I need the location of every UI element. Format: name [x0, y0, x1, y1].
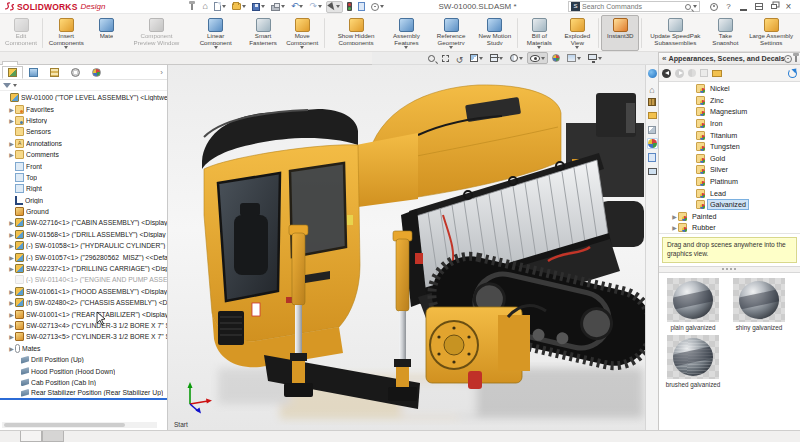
quick-access-button[interactable] — [307, 1, 324, 13]
pin-menubar-icon[interactable] — [191, 4, 193, 10]
command-tab[interactable] — [50, 61, 66, 64]
toolbar-icon[interactable] — [675, 69, 684, 78]
feature-tree-item[interactable]: ▶ Sensors — [0, 126, 167, 137]
expand-arrow-icon[interactable]: ▶ — [8, 231, 15, 238]
view-toolbar-button[interactable] — [487, 52, 506, 64]
toolbar-icon[interactable] — [662, 69, 671, 78]
tree-panel-tab[interactable] — [2, 66, 23, 79]
feature-tree-item[interactable]: ▶ Drill Position (Up) — [0, 354, 167, 365]
feature-tree-item[interactable]: ▶ History — [0, 115, 167, 126]
command-tab[interactable] — [82, 61, 98, 64]
scrollbar-thumb[interactable] — [4, 423, 125, 427]
ribbon-button[interactable]: Instant3D — [601, 15, 639, 51]
feature-tree-item[interactable]: ▶ Comments — [0, 149, 167, 160]
ribbon-button[interactable] — [42, 18, 43, 48]
ribbon-button[interactable]: Assembly Features — [385, 15, 428, 51]
window-control-button[interactable] — [706, 1, 721, 13]
chevrons-left-icon[interactable]: « — [662, 54, 666, 63]
feature-tree-item[interactable]: ▶ SW-01061<1> ("HOOD ASSEMBLY") <Display… — [0, 286, 167, 297]
toolbar-icon[interactable] — [688, 69, 696, 77]
expand-arrow-icon[interactable]: ▶ — [8, 106, 15, 113]
quick-access-button[interactable] — [369, 1, 386, 13]
feature-tree-item[interactable]: ▶ (-) SW-01057<1> ("296280562_MISZ") <<D… — [0, 251, 167, 262]
quick-access-button[interactable] — [200, 1, 209, 13]
appearance-category-row[interactable]: ▶ Rubber — [659, 222, 800, 234]
filter-icon[interactable] — [3, 83, 11, 88]
feature-tree-item[interactable]: ▶ SW-02713<4> ("CYLINDER-3 1/2 BORE X 7"… — [0, 320, 167, 331]
ribbon-button[interactable]: Exploded View — [558, 15, 596, 51]
quick-access-button[interactable] — [212, 1, 228, 13]
feature-tree-item[interactable]: ▶ SW-01568<1> ("DRILL ASSEMBLY") <Displa… — [0, 229, 167, 240]
view-toolbar-button[interactable] — [585, 52, 605, 64]
feature-tree-item[interactable]: ▶ Hood Position (Hood Down) — [0, 365, 167, 376]
feature-tree-item[interactable]: ▶ Origin — [0, 195, 167, 206]
expand-arrow-icon[interactable]: ▶ — [8, 151, 15, 158]
ribbon-button[interactable] — [598, 18, 599, 48]
graphics-viewport[interactable]: Start — [168, 65, 645, 430]
flyout-tree-icon[interactable]: › — [160, 68, 163, 77]
ribbon-button[interactable]: Bill of Materials — [520, 15, 558, 51]
appearance-category-row[interactable]: ▶ Nickel — [659, 83, 800, 95]
feature-tree-item[interactable]: ▶ Ground — [0, 206, 167, 217]
window-control-button[interactable] — [781, 1, 796, 13]
feature-tree-item[interactable]: ▶ Annotations — [0, 138, 167, 149]
feature-tree-item[interactable]: ▶ (f) SW-02480<2> ("CHASSIS ASSEMBLY") <… — [0, 297, 167, 308]
window-control-button[interactable] — [736, 1, 751, 13]
search-box[interactable] — [568, 1, 700, 12]
appearance-category-row[interactable]: ▶ Painted — [659, 211, 800, 223]
feature-tree-item[interactable]: ▶ SW-01000 ("TOP LEVEL ASSEMBLY") <Light… — [0, 92, 167, 103]
search-icon[interactable] — [685, 4, 691, 10]
ribbon-button[interactable]: Mate — [88, 15, 126, 51]
feature-tree-item[interactable]: ▶ Rear Stabilizer Position (Rear Stabili… — [0, 388, 167, 399]
expand-arrow-icon[interactable]: ▶ — [8, 140, 15, 147]
feature-tree-item[interactable]: ▶ Right — [0, 183, 167, 194]
expand-arrow-icon[interactable]: ▶ — [8, 311, 15, 318]
view-toolbar-button[interactable] — [425, 52, 438, 64]
expand-arrow-icon[interactable]: ▶ — [8, 333, 15, 340]
ribbon-button[interactable]: Component Preview Window — [126, 15, 188, 51]
feature-tree-item[interactable]: ▶ Favorites — [0, 103, 167, 114]
appearance-category-row[interactable]: ▶ Platinum — [659, 176, 800, 188]
appearance-thumbnail[interactable]: brushed galvanized — [665, 335, 721, 388]
feature-tree-item[interactable]: ▶ SW-01001<1> ("REAR STABILIZER") <Displ… — [0, 308, 167, 319]
appearance-category-row[interactable]: ▶ Zinc — [659, 95, 800, 107]
ribbon-button[interactable]: Move Component — [282, 15, 322, 51]
appearance-thumbnail[interactable]: plain galvanized — [665, 278, 721, 331]
window-control-button[interactable] — [751, 1, 766, 13]
view-toolbar-button[interactable] — [453, 52, 467, 64]
task-pane-tab[interactable] — [647, 82, 658, 93]
appearance-category-row[interactable]: ▶ Gold — [659, 153, 800, 165]
command-tab[interactable] — [18, 61, 34, 64]
expand-arrow-icon[interactable]: ▶ — [671, 213, 678, 220]
filter-caret-icon[interactable] — [13, 84, 17, 87]
view-toolbar-button[interactable] — [467, 52, 486, 64]
expand-arrow-icon[interactable]: ▶ — [671, 224, 678, 231]
expand-arrow-icon[interactable]: ▶ — [8, 117, 15, 124]
feature-tree-item[interactable]: ▶ (-) SW-01058<1> ("HYDRAULIC CYLINDER")… — [0, 240, 167, 251]
tree-panel-tab[interactable] — [44, 66, 65, 79]
search-dropdown-caret-icon[interactable] — [693, 5, 697, 8]
task-pane-tab[interactable] — [647, 110, 658, 121]
window-control-button[interactable] — [766, 1, 781, 13]
tree-panel-tab[interactable] — [86, 66, 107, 79]
feature-tree-item[interactable]: ▶ SW-02237<1> ("DRILLING CARRIAGE") <Dis… — [0, 263, 167, 274]
task-pane-options-icon[interactable] — [784, 55, 792, 63]
ribbon-button[interactable]: Linear Component Pattern — [187, 15, 244, 51]
appearance-category-row[interactable]: ▶ Titanium — [659, 129, 800, 141]
quick-access-button[interactable] — [345, 1, 354, 13]
expand-arrow-icon[interactable]: ▶ — [8, 299, 15, 306]
toolbar-icon[interactable] — [700, 69, 708, 77]
ribbon-button[interactable]: Edit Component — [2, 15, 40, 51]
toolbar-icon[interactable] — [712, 70, 722, 77]
tree-horizontal-scrollbar[interactable] — [2, 422, 157, 428]
expand-arrow-icon[interactable]: ▶ — [8, 322, 15, 329]
cabin[interactable] — [202, 109, 360, 367]
quick-access-button[interactable] — [230, 1, 248, 13]
feature-tree-item[interactable]: ▶ Front — [0, 160, 167, 171]
command-tab[interactable] — [66, 61, 82, 64]
expand-arrow-icon[interactable]: ▶ — [8, 254, 15, 261]
appearance-category-row[interactable]: ▶ Iron — [659, 118, 800, 130]
quick-access-button[interactable] — [289, 1, 306, 13]
view-toolbar-button[interactable] — [507, 52, 526, 64]
tree-panel-tab[interactable] — [23, 66, 44, 79]
